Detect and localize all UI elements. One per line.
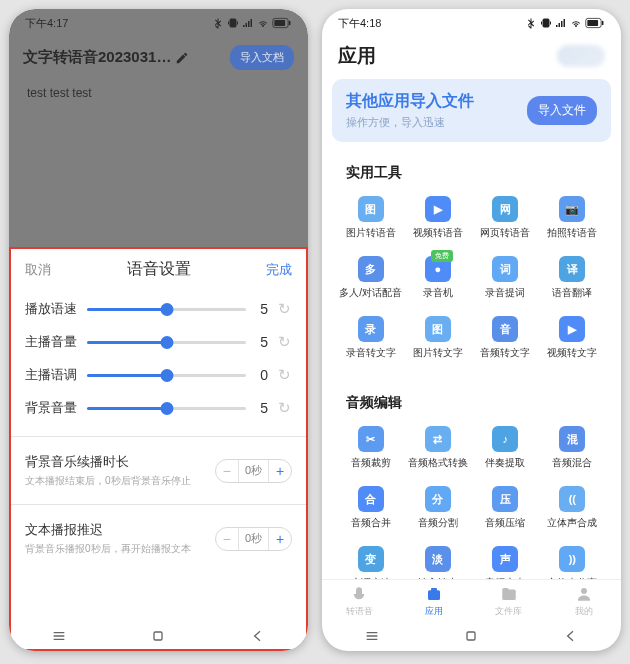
phone-screenshot-left: 下午4:17 文字转语音2023031… 导入文档 test test test… <box>9 9 308 651</box>
section-utilities: 实用工具 图图片转语音▶视频转语音网网页转语音📷拍照转语音多多人/对话配音免费●… <box>332 152 611 372</box>
tool-item[interactable]: 网网页转语音 <box>473 192 538 248</box>
tool-label: 拍照转语音 <box>547 226 597 240</box>
tool-label: 语音翻译 <box>552 286 592 300</box>
tool-item[interactable]: 压音频压缩 <box>473 482 538 538</box>
voice-settings-sheet: 取消 语音设置 完成 播放语速5↻主播音量5↻主播语调0↻背景音量5↻ 背景音乐… <box>9 247 308 651</box>
reset-icon[interactable]: ↻ <box>276 399 292 417</box>
tab-文件库[interactable]: 文件库 <box>472 580 547 623</box>
cancel-button[interactable]: 取消 <box>25 261 51 279</box>
tab-我的[interactable]: 我的 <box>546 580 621 623</box>
home-icon[interactable] <box>463 628 479 644</box>
slider-track[interactable] <box>87 335 246 349</box>
done-button[interactable]: 完成 <box>266 261 292 279</box>
tool-grid: 图图片转语音▶视频转语音网网页转语音📷拍照转语音多多人/对话配音免费●录音机词录… <box>338 192 605 368</box>
back-icon[interactable] <box>250 628 266 644</box>
status-bar: 下午4:18 <box>322 9 621 37</box>
tool-label: 图片转语音 <box>346 226 396 240</box>
import-doc-button[interactable]: 导入文档 <box>230 45 294 70</box>
tab-label: 文件库 <box>495 605 522 618</box>
battery-icon <box>272 17 292 29</box>
stepper: −0秒+ <box>215 459 292 483</box>
tool-icon: )) <box>559 546 585 572</box>
tool-item[interactable]: 分音频分割 <box>405 482 470 538</box>
slider-label: 主播语调 <box>25 366 79 384</box>
edit-icon[interactable] <box>175 51 189 65</box>
reset-icon[interactable]: ↻ <box>276 366 292 384</box>
tool-icon: ▶ <box>425 196 451 222</box>
tool-label: 音频格式转换 <box>408 456 468 470</box>
tool-item[interactable]: 合音频合并 <box>338 482 403 538</box>
slider-row: 主播音量5↻ <box>25 325 292 358</box>
tab-应用[interactable]: 应用 <box>397 580 472 623</box>
section-title: 音频编辑 <box>338 394 605 422</box>
tool-item[interactable]: ✂音频裁剪 <box>338 422 403 478</box>
tool-icon: ▶ <box>559 316 585 342</box>
scroll-area[interactable]: 其他应用导入文件 操作方便，导入迅速 导入文件 实用工具 图图片转语音▶视频转语… <box>322 79 621 651</box>
timers-group: 背景音乐续播时长文本播报结束后，0秒后背景音乐停止−0秒+文本播报推迟背景音乐播… <box>11 443 306 566</box>
tts-icon <box>350 585 368 603</box>
status-time: 下午4:18 <box>338 16 381 31</box>
tool-item[interactable]: 词录音提词 <box>473 252 538 308</box>
tool-icon: 混 <box>559 426 585 452</box>
tab-label: 转语音 <box>346 605 373 618</box>
svg-rect-8 <box>431 588 437 591</box>
tab-label: 应用 <box>425 605 443 618</box>
status-icons <box>212 17 292 29</box>
tool-item[interactable]: 📷拍照转语音 <box>540 192 605 248</box>
battery-icon <box>585 17 605 29</box>
tool-item[interactable]: 图图片转文字 <box>405 312 470 368</box>
tool-label: 录音提词 <box>485 286 525 300</box>
phone-screenshot-right: 下午4:18 应用 其他应用导入文件 操作方便，导入迅速 导入文件 实用工具 图… <box>322 9 621 651</box>
tool-item[interactable]: 免费●录音机 <box>405 252 470 308</box>
tool-icon: 声 <box>492 546 518 572</box>
stepper-plus[interactable]: + <box>269 528 291 550</box>
stepper-plus[interactable]: + <box>269 460 291 482</box>
timer-row: 文本播报推迟背景音乐播报0秒后，再开始播报文本−0秒+ <box>11 511 306 566</box>
vibrate-icon <box>227 17 239 29</box>
wifi-icon <box>257 17 269 29</box>
tool-label: 音频合并 <box>351 516 391 530</box>
apps-icon <box>425 585 443 603</box>
tool-item[interactable]: ♪伴奏提取 <box>473 422 538 478</box>
wifi-icon <box>570 17 582 29</box>
tab-转语音[interactable]: 转语音 <box>322 580 397 623</box>
bottom-tabbar: 转语音应用文件库我的 <box>322 579 621 623</box>
editor-content[interactable]: test test test <box>9 78 308 108</box>
slider-track[interactable] <box>87 368 246 382</box>
stepper-minus[interactable]: − <box>216 460 238 482</box>
slider-track[interactable] <box>87 401 246 415</box>
tool-label: 音频分割 <box>418 516 458 530</box>
tool-item[interactable]: 译语音翻译 <box>540 252 605 308</box>
timer-subtitle: 背景音乐播报0秒后，再开始播报文本 <box>25 542 191 556</box>
tool-item[interactable]: ((立体声合成 <box>540 482 605 538</box>
recent-apps-icon[interactable] <box>364 628 380 644</box>
page-title: 应用 <box>338 43 376 69</box>
tool-item[interactable]: ▶视频转语音 <box>405 192 470 248</box>
slider-track[interactable] <box>87 302 246 316</box>
tool-icon: 压 <box>492 486 518 512</box>
tool-item[interactable]: 音音频转文字 <box>473 312 538 368</box>
import-file-button[interactable]: 导入文件 <box>527 96 597 125</box>
tool-icon: 淡 <box>425 546 451 572</box>
banner-title: 其他应用导入文件 <box>346 91 474 112</box>
tool-item[interactable]: 图图片转语音 <box>338 192 403 248</box>
svg-rect-3 <box>154 632 162 640</box>
tool-item[interactable]: ▶视频转文字 <box>540 312 605 368</box>
home-icon[interactable] <box>150 628 166 644</box>
reset-icon[interactable]: ↻ <box>276 300 292 318</box>
files-icon <box>500 585 518 603</box>
back-icon[interactable] <box>563 628 579 644</box>
recent-apps-icon[interactable] <box>51 628 67 644</box>
tool-grid: ✂音频裁剪⇄音频格式转换♪伴奏提取混音频混合合音频合并分音频分割压音频压缩((立… <box>338 422 605 598</box>
tool-item[interactable]: 录录音转文字 <box>338 312 403 368</box>
svg-point-9 <box>581 588 587 594</box>
tool-icon: 多 <box>358 256 384 282</box>
stepper-minus[interactable]: − <box>216 528 238 550</box>
tool-item[interactable]: 混音频混合 <box>540 422 605 478</box>
tool-icon: 图 <box>358 196 384 222</box>
tool-item[interactable]: 多多人/对话配音 <box>338 252 403 308</box>
tool-item[interactable]: ⇄音频格式转换 <box>405 422 470 478</box>
section-title: 实用工具 <box>338 164 605 192</box>
tool-icon: ⇄ <box>425 426 451 452</box>
reset-icon[interactable]: ↻ <box>276 333 292 351</box>
